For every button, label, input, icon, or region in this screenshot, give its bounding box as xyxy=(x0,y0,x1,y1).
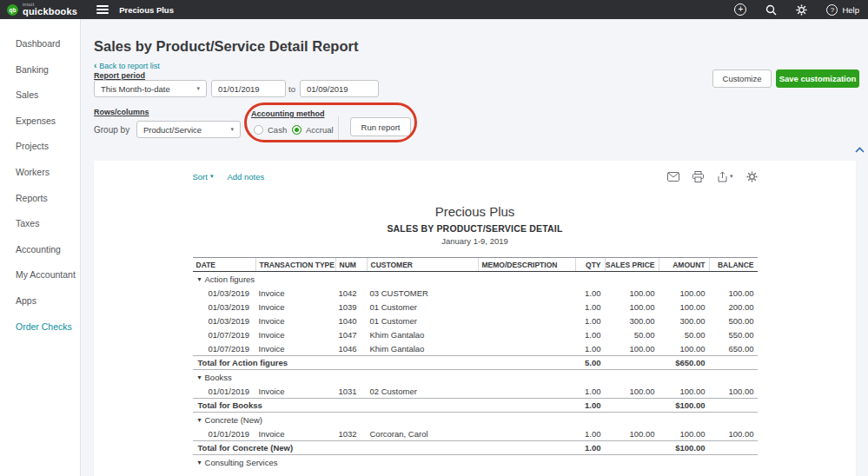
total-qty: 1.00 xyxy=(575,400,605,410)
group-name-cell: ▾Bookss xyxy=(193,373,758,382)
scroll-up-chevron-icon[interactable] xyxy=(855,141,865,156)
cell: 1.00 xyxy=(575,316,605,326)
total-qty: 1.00 xyxy=(575,443,605,453)
cell: Invoice xyxy=(255,288,335,298)
export-icon[interactable]: ▾ xyxy=(717,171,733,182)
cell: 100.00 xyxy=(659,302,709,312)
back-link-label: Back to report list xyxy=(99,62,160,70)
print-icon[interactable] xyxy=(692,171,704,182)
date-from-input[interactable] xyxy=(211,80,286,97)
cell: 1.00 xyxy=(575,387,605,396)
run-report-button[interactable]: Run report xyxy=(350,117,411,136)
total-label: Total for Concrete (New) xyxy=(193,443,575,453)
hamburger-menu-icon[interactable] xyxy=(96,5,109,14)
sidebar-item-taxes[interactable]: Taxes xyxy=(0,211,80,237)
report-panel: Sort ▾ Add notes ▾ xyxy=(94,161,856,476)
sidebar-item-order-checks[interactable]: Order Checks xyxy=(0,314,80,340)
sidebar-item-my-accountant[interactable]: My Accountant xyxy=(0,262,80,288)
group-header-row[interactable]: ▾Bookss xyxy=(193,370,758,384)
report-row[interactable]: 01/01/2019Invoice1032Corcoran, Carol1.00… xyxy=(193,426,758,440)
report-row[interactable]: 01/07/2019Invoice1047Khim Gantalao1.0050… xyxy=(193,327,758,341)
sidebar-item-projects[interactable]: Projects xyxy=(0,134,80,160)
group-name: Bookss xyxy=(205,373,232,382)
sort-dropdown[interactable]: Sort ▾ xyxy=(193,172,214,182)
collapse-triangle-icon[interactable]: ▾ xyxy=(198,416,202,424)
report-settings-gear-icon[interactable] xyxy=(746,171,758,182)
cell: 650.00 xyxy=(709,344,758,354)
save-customization-button[interactable]: Save customization xyxy=(776,69,859,88)
cell: 100.00 xyxy=(659,429,709,439)
group-total-row: Total for Action figures5.00$650.00 xyxy=(193,355,758,370)
accrual-radio-circle[interactable] xyxy=(292,125,301,135)
sidebar-item-banking[interactable]: Banking xyxy=(0,57,80,83)
cell: 100.00 xyxy=(659,288,709,298)
cell: 01/07/2019 xyxy=(193,330,255,340)
group-header-row[interactable]: ▾Action figures xyxy=(193,272,758,286)
sidebar-item-apps[interactable]: Apps xyxy=(0,288,80,314)
column-header-balance: BALANCE xyxy=(709,258,758,271)
total-label: Total for Action figures xyxy=(193,358,575,367)
cash-radio[interactable]: Cash xyxy=(254,125,287,135)
cell: 1039 xyxy=(335,302,367,312)
report-row[interactable]: 01/03/2019Invoice103901 Customer1.00100.… xyxy=(193,300,758,314)
accrual-radio[interactable]: Accrual xyxy=(292,125,334,135)
sidebar: Dashboard Banking Sales Expenses Project… xyxy=(0,19,81,476)
report-row[interactable]: 01/07/2019Invoice1046Khim Gantalao1.0010… xyxy=(193,341,758,355)
to-label: to xyxy=(288,84,295,94)
sidebar-item-accounting[interactable]: Accounting xyxy=(0,237,80,263)
group-header-row[interactable]: ▾Concrete (New) xyxy=(193,413,758,426)
customize-button[interactable]: Customize xyxy=(712,69,772,88)
report-toolbar: Sort ▾ Add notes ▾ xyxy=(193,169,758,183)
cell: 100.00 xyxy=(709,429,758,439)
cell: 100.00 xyxy=(709,288,758,298)
date-to-input[interactable] xyxy=(300,80,379,97)
sidebar-item-expenses[interactable]: Expenses xyxy=(0,109,80,135)
email-icon[interactable] xyxy=(667,172,679,182)
sidebar-item-sales[interactable]: Sales xyxy=(0,83,80,109)
cell: 200.00 xyxy=(709,302,758,312)
help-label: Help xyxy=(842,5,859,15)
cash-radio-circle[interactable] xyxy=(254,125,263,135)
report-row[interactable]: 01/03/2019Invoice104203 CUSTOMER1.00100.… xyxy=(193,286,758,300)
collapse-triangle-icon[interactable]: ▾ xyxy=(198,374,202,381)
quickbooks-logo-icon: qb xyxy=(7,4,18,16)
search-icon[interactable] xyxy=(765,4,777,16)
column-header-amount: AMOUNT xyxy=(659,258,709,271)
cell: 550.00 xyxy=(709,330,758,340)
chevron-down-icon: ▾ xyxy=(230,126,234,133)
cell: 50.00 xyxy=(605,330,659,340)
cell: 100.00 xyxy=(659,344,709,354)
cell: 01/03/2019 xyxy=(193,316,255,326)
cell: 01/01/2019 xyxy=(193,387,255,396)
collapse-triangle-icon[interactable]: ▾ xyxy=(198,459,202,466)
sort-label: Sort xyxy=(193,172,208,182)
report-row[interactable]: 01/01/2019Invoice103102 Customer1.00100.… xyxy=(193,384,758,398)
group-total-row: Total for Bookss1.00$100.00 xyxy=(193,398,758,413)
gear-icon[interactable] xyxy=(796,4,807,16)
group-by-select[interactable]: Product/Service ▾ xyxy=(136,121,241,138)
group-header-row[interactable]: ▾Consulting Services xyxy=(193,455,758,469)
create-plus-icon[interactable]: + xyxy=(734,3,746,16)
cell: 100.00 xyxy=(605,429,659,439)
sidebar-item-workers[interactable]: Workers xyxy=(0,160,80,186)
group-name: Action figures xyxy=(205,274,255,284)
collapse-triangle-icon[interactable]: ▾ xyxy=(198,275,202,283)
quickbooks-logo[interactable]: qb intuit quickbooks xyxy=(7,3,77,17)
cell: 1.00 xyxy=(575,429,605,439)
cell: Invoice xyxy=(255,316,335,326)
report-row[interactable]: 01/03/2019Invoice104001 Customer1.00300.… xyxy=(193,314,758,327)
cell: 01 Customer xyxy=(367,302,478,312)
sidebar-item-dashboard[interactable]: Dashboard xyxy=(0,31,80,57)
add-notes-link[interactable]: Add notes xyxy=(227,172,264,182)
cell: 300.00 xyxy=(659,316,709,326)
group-name-cell: ▾Consulting Services xyxy=(193,458,758,467)
cell: Invoice xyxy=(255,330,335,340)
help-button[interactable]: ? Help xyxy=(826,4,859,16)
sidebar-item-reports[interactable]: Reports xyxy=(0,186,80,212)
report-period-select[interactable]: This Month-to-date ▾ xyxy=(94,80,207,97)
back-to-report-list-link[interactable]: ‹ Back to report list xyxy=(94,61,160,70)
cell: Khim Gantalao xyxy=(367,344,478,354)
group-by-label: Group by xyxy=(94,125,129,135)
cell: 100.00 xyxy=(709,387,758,396)
report-table: DATE TRANSACTION TYPE NUM CUSTOMER MEMO/… xyxy=(193,257,758,469)
